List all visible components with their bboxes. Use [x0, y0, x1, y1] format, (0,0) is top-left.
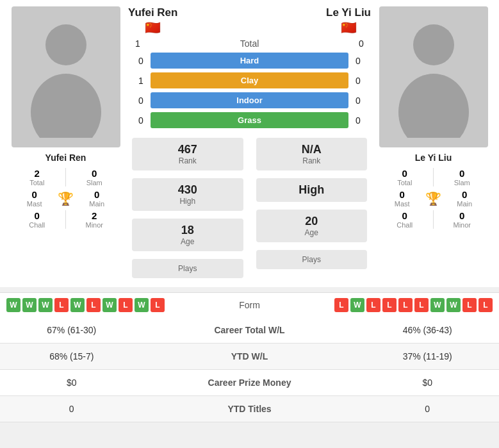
surface-rows: 0 Hard 0 1 Clay 0 0 Indoor 0 0 Grass 0: [128, 51, 371, 130]
right-center-stats: N/A Rank High 20 Age Plays: [252, 135, 372, 281]
form-badge: W: [38, 298, 53, 312]
right-player-name: Le Yi Liu: [415, 153, 452, 163]
form-section: WWWLWLWLWL Form LWLLLLWWLL: [0, 292, 499, 317]
left-form-badges: WWWLWLWLWL: [6, 298, 218, 312]
right-minor-stat: 0 Minor: [436, 210, 488, 229]
left-minor-stat: 2 Minor: [69, 210, 120, 229]
form-badge: W: [102, 298, 117, 312]
stats-row: 0 YTD Titles 0: [0, 396, 499, 422]
surface-row-grass: 0 Grass 0: [131, 112, 368, 128]
left-high-box: 430 High: [132, 178, 243, 211]
right-total-stat: 0 Total: [379, 168, 431, 187]
left-total-stat: 2 Total: [12, 168, 63, 187]
form-badge: L: [86, 298, 101, 312]
player-comparison-section: Yufei Ren 2 Total 0 Slam 0 Mast 🏆: [0, 0, 499, 287]
total-score-left: 1: [128, 38, 147, 49]
left-plays-box: Plays: [132, 259, 243, 278]
right-mast-stat: 0 Mast: [379, 189, 426, 208]
left-center-stats: 467 Rank 430 High 18 Age Plays: [128, 135, 247, 281]
stats-row: 68% (15-7) YTD W/L 37% (11-19): [0, 344, 499, 370]
right-slam-stat: 0 Slam: [436, 168, 488, 187]
right-flag: 🇨🇳: [339, 21, 357, 34]
total-score-right: 0: [352, 38, 371, 49]
left-player-mid-stats: 0 Mast 🏆 0 Main: [12, 189, 120, 208]
form-badge: L: [414, 298, 429, 312]
left-flag: 🇨🇳: [144, 21, 162, 34]
form-badge: W: [350, 298, 364, 312]
form-badge: L: [382, 298, 397, 312]
svg-point-2: [413, 24, 454, 65]
right-name-flag: Le Yi Liu 🇨🇳: [326, 6, 371, 34]
form-badge: L: [398, 298, 413, 312]
names-row: Yufei Ren 🇨🇳 Le Yi Liu 🇨🇳: [128, 6, 371, 34]
svg-point-0: [45, 24, 86, 65]
right-player-top-stats: 0 Total 0 Slam: [379, 168, 488, 187]
right-form-badges: LWLLLLWWLL: [282, 298, 493, 312]
left-age-box: 18 Age: [132, 219, 243, 251]
total-row: 1 Total 0: [128, 38, 371, 49]
svg-point-3: [398, 74, 469, 138]
left-mast-stat: 0 Mast: [12, 189, 58, 208]
form-badge: L: [54, 298, 69, 312]
form-badge: W: [70, 298, 85, 312]
left-player-photo: [12, 6, 120, 147]
right-chall-stat: 0 Chall: [379, 210, 431, 229]
form-badge: W: [22, 298, 37, 312]
left-rank-box: 467 Rank: [132, 138, 243, 170]
svg-point-1: [31, 74, 101, 138]
form-badge: L: [462, 298, 477, 312]
left-trophy-icon: 🏆: [58, 189, 74, 208]
form-badge: W: [446, 298, 461, 312]
form-badge: L: [119, 298, 133, 312]
right-rank-box: N/A Rank: [256, 138, 368, 170]
surface-row-indoor: 0 Indoor 0: [131, 92, 368, 108]
right-trophy-icon: 🏆: [425, 189, 441, 208]
left-player-section: Yufei Ren 2 Total 0 Slam 0 Mast 🏆: [6, 6, 125, 281]
form-badge: L: [366, 298, 380, 312]
left-player-bottom-stats2: 0 Chall 2 Minor: [12, 210, 120, 229]
main-container: Yufei Ren 2 Total 0 Slam 0 Mast 🏆: [0, 0, 499, 422]
stats-row: $0 Career Prize Money $0: [0, 370, 499, 396]
right-player-photo: [379, 6, 488, 147]
right-high-box: High: [256, 178, 368, 202]
left-player-bottom-stats: 2 Total 0 Slam: [12, 168, 120, 187]
stats-row: 67% (61-30) Career Total W/L 46% (36-43): [0, 317, 499, 344]
form-badge: L: [334, 298, 348, 312]
form-label: Form: [218, 300, 282, 310]
center-stat-boxes: 467 Rank 430 High 18 Age Plays: [128, 135, 371, 281]
left-chall-stat: 0 Chall: [12, 210, 63, 229]
right-age-box: 20 Age: [256, 210, 368, 242]
center-section: Yufei Ren 🇨🇳 Le Yi Liu 🇨🇳 1 Total 0 0 Ha…: [125, 6, 374, 281]
right-player-bottom-stats: 0 Chall 0 Minor: [379, 210, 488, 229]
form-badge: W: [6, 298, 20, 312]
stats-table: 67% (61-30) Career Total W/L 46% (36-43)…: [0, 317, 499, 422]
right-plays-box: Plays: [256, 250, 368, 269]
left-name-flag: Yufei Ren 🇨🇳: [128, 6, 177, 34]
right-player-section: Le Yi Liu 0 Total 0 Slam 0 Mast 🏆: [374, 6, 493, 281]
left-slam-stat: 0 Slam: [69, 168, 120, 187]
form-badge: W: [430, 298, 445, 312]
right-main-stat: 0 Main: [441, 189, 488, 208]
right-player-mid-stats: 0 Mast 🏆 0 Main: [379, 189, 488, 208]
form-badge: L: [151, 298, 165, 312]
left-main-stat: 0 Main: [74, 189, 120, 208]
surface-row-clay: 1 Clay 0: [131, 72, 368, 88]
form-badge: W: [135, 298, 149, 312]
total-label: Total: [147, 38, 352, 49]
form-badge: L: [479, 298, 493, 312]
surface-row-hard: 0 Hard 0: [131, 53, 368, 69]
left-player-name: Yufei Ren: [45, 153, 86, 163]
